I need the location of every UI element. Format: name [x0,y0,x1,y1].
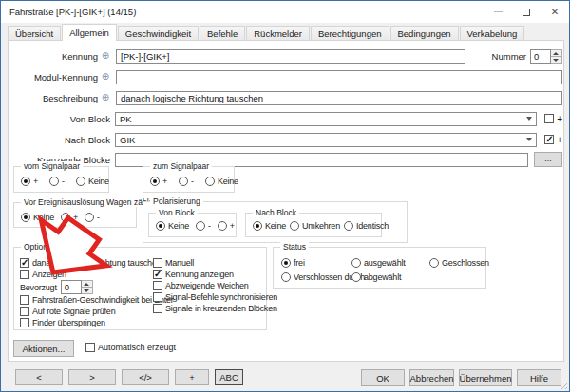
kennung-input[interactable] [116,49,466,64]
radio-icon[interactable] [21,213,30,222]
radio-option[interactable]: Keine [76,177,109,186]
radio-icon[interactable] [85,213,94,222]
add-button[interactable]: + [175,369,209,385]
checkbox-icon[interactable] [153,270,162,279]
radio-option[interactable]: + [21,177,38,186]
checkbox-icon[interactable] [20,295,29,305]
radio-option[interactable]: Keine [253,221,286,231]
radio-icon[interactable] [150,177,160,186]
spin-down-icon[interactable] [82,288,92,293]
radio-option[interactable]: + [61,213,78,222]
radio-option[interactable]: - [85,213,100,222]
minimize-button[interactable] [484,1,512,23]
radio-icon[interactable] [352,258,361,268]
radio-option[interactable]: Verschlossen durch [281,272,352,282]
hilfe-button[interactable]: Hilfe [517,369,561,386]
checkbox-option[interactable]: Manuell [153,258,267,268]
radio-icon[interactable] [196,221,205,231]
radio-option[interactable]: ausgewählt [352,258,429,268]
von-block-plus-checkbox[interactable] [544,114,554,123]
checkbox-option[interactable]: Anzeigen [20,270,151,279]
bevorzugt-value[interactable]: 0 [61,280,82,294]
von-block-combobox[interactable]: PK [115,112,537,126]
radio-option[interactable]: Geschlossen [429,258,489,268]
tab-rueckmelder[interactable]: Rückmelder [246,26,310,40]
close-button[interactable]: ✕ [541,1,569,23]
aktionen-button[interactable]: Aktionen... [13,340,74,357]
radio-option[interactable]: + [218,221,235,231]
checkbox-option[interactable]: Auf rote Signale prüfen [20,307,151,316]
tab-befehle[interactable]: Befehle [200,26,245,40]
radio-icon[interactable] [21,177,30,186]
checkbox-icon[interactable] [20,258,29,268]
checkbox-option[interactable]: Signal-Befehle synchronisieren [153,292,267,302]
radio-icon[interactable] [253,221,262,231]
checkbox-icon[interactable] [153,281,162,290]
tab-berechtigungen[interactable]: Berechtigungen [311,26,390,40]
spin-up-icon[interactable] [551,50,561,57]
radio-icon[interactable] [281,258,291,268]
checkbox-icon[interactable] [153,292,162,302]
abc-button[interactable]: ABC [215,369,243,385]
radio-option[interactable]: - [179,177,194,186]
beschreibung-input[interactable] [116,91,562,105]
checkbox-icon[interactable] [20,307,29,316]
checkbox-option[interactable]: Fahrstraßen-Geschwindigkeit bei Enter [20,295,151,305]
ok-button[interactable]: OK [361,369,405,386]
checkbox-icon[interactable] [153,304,162,313]
radio-icon[interactable] [76,177,86,186]
radio-icon[interactable] [179,177,188,186]
checkbox-icon[interactable] [20,318,29,327]
nach-block-combobox[interactable]: GIK [115,133,537,147]
checkbox-option[interactable]: Kennung anzeigen [153,270,267,279]
nummer-value[interactable]: 0 [530,49,551,64]
nach-block-plus-checkbox[interactable] [544,135,554,144]
radio-icon[interactable] [218,221,227,231]
radio-option[interactable]: Identisch [344,221,389,231]
spin-up-icon[interactable] [82,281,92,288]
radio-option[interactable]: Umkehren [290,221,340,231]
prev-button[interactable]: < [15,369,63,385]
tab-allgemein[interactable]: Allgemein [62,24,117,41]
tab-verkabelung[interactable]: Verkabelung [460,26,525,40]
modul-kennung-input[interactable] [116,70,562,84]
abbrechen-button[interactable]: Abbrechen [409,369,454,386]
uebernehmen-button[interactable]: Übernehmen [459,369,512,386]
radio-option[interactable]: - [49,177,65,186]
radio-icon[interactable] [290,221,299,231]
radio-icon[interactable] [281,272,291,282]
compare-button[interactable]: </> [122,369,169,385]
radio-icon[interactable] [429,258,439,268]
chevron-down-icon[interactable] [526,117,532,121]
nach-block-value: GIK [120,135,135,145]
radio-icon[interactable] [156,221,165,231]
checkbox-icon[interactable] [20,270,29,279]
tab-uebersicht[interactable]: Übersicht [8,26,61,40]
checkbox-option[interactable]: danach logische Richtung tauschen [20,258,151,268]
von-block-row: Von Block PK + [16,111,562,126]
radio-option[interactable]: Keine [156,221,189,231]
radio-option[interactable]: + [150,177,167,186]
tab-geschwindigkeit[interactable]: Geschwindigkeit [118,26,199,40]
automatisch-erzeugt-checkbox[interactable] [86,343,95,352]
spin-down-icon[interactable] [551,57,561,63]
radio-option[interactable]: frei [281,258,352,268]
chevron-down-icon[interactable] [526,138,532,141]
radio-option[interactable]: abgewählt [352,272,429,282]
radio-icon[interactable] [205,177,215,186]
tab-bedingungen[interactable]: Bedingungen [390,26,459,40]
next-button[interactable]: > [68,369,116,385]
checkbox-icon[interactable] [153,258,162,268]
radio-icon[interactable] [344,221,353,231]
checkbox-option[interactable]: Abzweigende Weichen [153,281,267,290]
browse-button[interactable]: ... [534,152,562,167]
radio-option[interactable]: - [196,221,211,231]
checkbox-option[interactable]: Signale in kreuzenden Blöcken [153,304,267,313]
radio-icon[interactable] [49,177,59,186]
checkbox-option[interactable]: Finder überspringen [20,318,151,327]
radio-icon[interactable] [61,213,70,222]
radio-option[interactable]: Keine [205,177,238,186]
radio-option[interactable]: Keine [21,213,54,222]
maximize-button[interactable] [512,1,541,23]
radio-icon[interactable] [352,272,361,282]
